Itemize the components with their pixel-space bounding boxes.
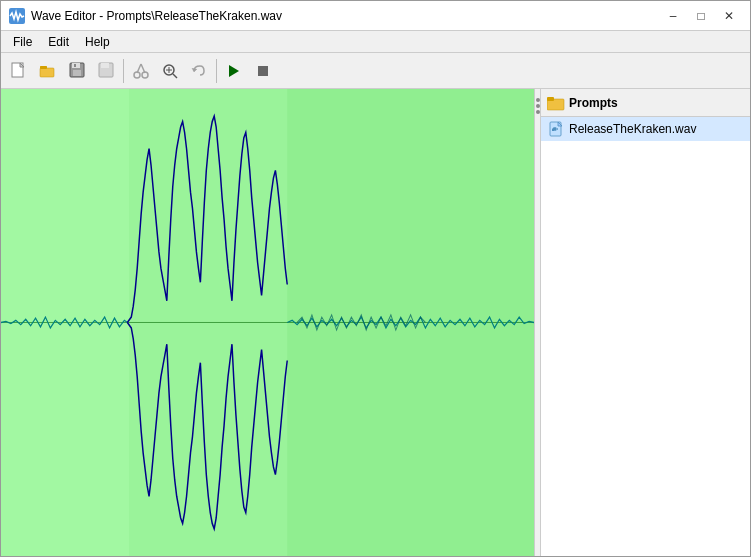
sidebar-header: Prompts <box>541 89 750 117</box>
svg-line-15 <box>141 64 145 73</box>
splitter-dot-2 <box>536 104 540 108</box>
save-button[interactable] <box>63 57 91 85</box>
play-icon <box>225 62 243 80</box>
svg-rect-9 <box>74 64 76 67</box>
play-button[interactable] <box>220 57 248 85</box>
waveform-container[interactable] <box>1 89 534 556</box>
toolbar-separator-1 <box>123 59 124 83</box>
svg-rect-11 <box>101 63 109 68</box>
undo-button[interactable] <box>185 57 213 85</box>
window-controls: – □ ✕ <box>660 6 742 26</box>
main-area: Prompts ReleaseTheKraken.wav <box>1 89 750 556</box>
save-icon <box>68 62 86 80</box>
save-as-icon <box>97 62 115 80</box>
menu-help[interactable]: Help <box>77 33 118 51</box>
splitter-dot-1 <box>536 98 540 102</box>
svg-line-14 <box>137 64 141 73</box>
menu-edit[interactable]: Edit <box>40 33 77 51</box>
svg-rect-8 <box>73 70 81 76</box>
sidebar-file-item[interactable]: ReleaseTheKraken.wav <box>541 117 750 141</box>
folder-icon <box>547 95 565 111</box>
new-button[interactable] <box>5 57 33 85</box>
svg-rect-4 <box>40 68 54 77</box>
svg-line-17 <box>173 74 177 78</box>
title-bar-title: Wave Editor - Prompts\ReleaseTheKraken.w… <box>31 9 282 23</box>
maximize-button[interactable]: □ <box>688 6 714 26</box>
menu-bar: File Edit Help <box>1 31 750 53</box>
zoom-button[interactable] <box>156 57 184 85</box>
stop-icon <box>254 62 272 80</box>
cut-button[interactable] <box>127 57 155 85</box>
svg-rect-30 <box>554 127 556 131</box>
svg-rect-21 <box>258 66 268 76</box>
open-button[interactable] <box>34 57 62 85</box>
save-as-button[interactable] <box>92 57 120 85</box>
toolbar <box>1 53 750 89</box>
toolbar-separator-2 <box>216 59 217 83</box>
stop-button[interactable] <box>249 57 277 85</box>
title-bar: Wave Editor - Prompts\ReleaseTheKraken.w… <box>1 1 750 31</box>
main-window: Wave Editor - Prompts\ReleaseTheKraken.w… <box>0 0 751 557</box>
undo-icon <box>190 62 208 80</box>
new-icon <box>10 62 28 80</box>
sidebar-title: Prompts <box>569 96 618 110</box>
minimize-button[interactable]: – <box>660 6 686 26</box>
svg-marker-20 <box>229 65 239 77</box>
svg-rect-5 <box>40 66 47 69</box>
zoom-icon <box>161 62 179 80</box>
title-bar-left: Wave Editor - Prompts\ReleaseTheKraken.w… <box>9 8 282 24</box>
waveform-svg <box>1 89 534 556</box>
sidebar: Prompts ReleaseTheKraken.wav <box>540 89 750 556</box>
close-button[interactable]: ✕ <box>716 6 742 26</box>
open-icon <box>39 62 57 80</box>
svg-rect-27 <box>547 97 554 101</box>
splitter-dot-3 <box>536 110 540 114</box>
audio-file-icon <box>549 121 565 137</box>
menu-file[interactable]: File <box>5 33 40 51</box>
app-icon <box>9 8 25 24</box>
sidebar-file-label: ReleaseTheKraken.wav <box>569 122 696 136</box>
cut-icon <box>132 62 150 80</box>
